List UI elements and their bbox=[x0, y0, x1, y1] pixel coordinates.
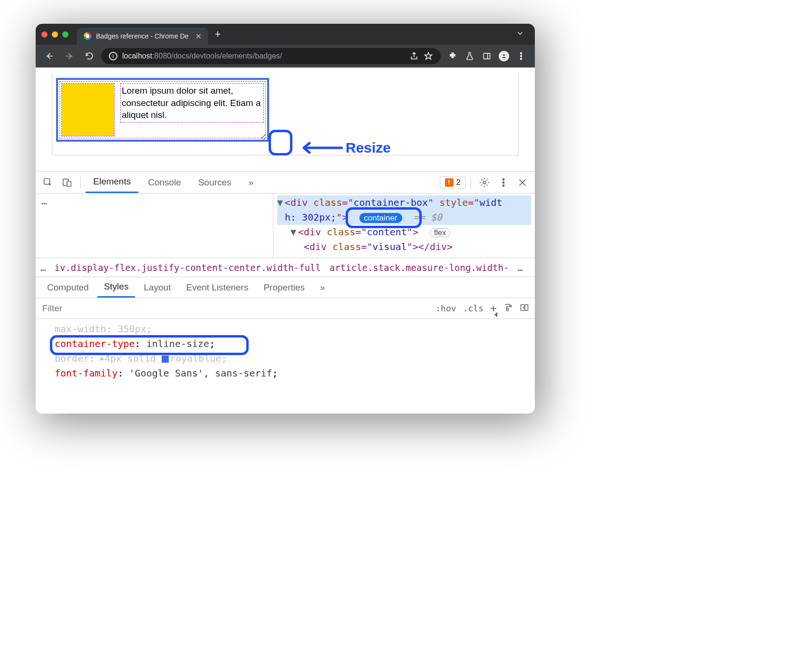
subtab-more[interactable]: » bbox=[313, 277, 332, 298]
crumb-2[interactable]: article.stack.measure-long.width- bbox=[329, 262, 509, 273]
warning-icon: ! bbox=[445, 178, 454, 187]
hov-toggle[interactable]: :hov bbox=[435, 303, 456, 313]
maximize-window-icon[interactable] bbox=[62, 31, 68, 38]
dom-row-visual[interactable]: <div class="visual"></div> bbox=[277, 240, 531, 254]
svg-point-9 bbox=[503, 182, 504, 183]
close-tab-icon[interactable]: ✕ bbox=[195, 32, 202, 41]
site-info-icon[interactable]: i bbox=[109, 52, 117, 60]
dom-row-content[interactable]: ▼<div class="content"> flex bbox=[277, 225, 531, 240]
eq-zero: == $0 bbox=[414, 212, 442, 223]
chrome-menu-icon[interactable] bbox=[513, 48, 529, 64]
dom-left-gutter: ⋯ bbox=[36, 193, 273, 258]
address-bar[interactable]: i localhost:8080/docs/devtools/elements/… bbox=[101, 48, 441, 64]
css-rule-row[interactable]: font-family: 'Google Sans', sans-serif; bbox=[55, 366, 533, 381]
browser-toolbar: i localhost:8080/docs/devtools/elements/… bbox=[36, 45, 535, 68]
reload-button[interactable] bbox=[81, 48, 97, 64]
css-rules[interactable]: max-width: 350px; container-type: inline… bbox=[36, 319, 535, 384]
browser-window: Badges reference - Chrome De ✕ + i local… bbox=[36, 24, 535, 414]
container-box-demo[interactable]: Lorem ipsum dolor sit amet, consectetur … bbox=[56, 78, 269, 142]
devtools-panel: Elements Console Sources » ! 2 ⋯ bbox=[36, 171, 535, 414]
traffic-lights bbox=[41, 31, 68, 38]
svg-rect-0 bbox=[483, 53, 490, 59]
device-toolbar-icon[interactable] bbox=[58, 174, 76, 191]
extensions-icon[interactable] bbox=[445, 48, 461, 64]
new-style-rule-button[interactable]: + bbox=[490, 302, 497, 315]
tabs-menu-icon[interactable] bbox=[511, 29, 529, 39]
devtools-menu-icon[interactable] bbox=[495, 174, 512, 191]
cls-toggle[interactable]: .cls bbox=[463, 303, 483, 313]
tab-elements[interactable]: Elements bbox=[86, 172, 138, 193]
styles-filter-row: :hov .cls + bbox=[36, 298, 535, 319]
flex-badge[interactable]: flex bbox=[430, 228, 450, 237]
svg-point-3 bbox=[521, 58, 522, 59]
tab-sources[interactable]: Sources bbox=[191, 172, 239, 193]
svg-point-10 bbox=[503, 184, 504, 186]
issues-button[interactable]: ! 2 bbox=[440, 176, 466, 189]
svg-rect-6 bbox=[67, 181, 71, 186]
container-badge[interactable]: container bbox=[359, 213, 402, 223]
forward-button[interactable] bbox=[61, 48, 77, 64]
labs-icon[interactable] bbox=[462, 48, 478, 64]
subtab-computed[interactable]: Computed bbox=[40, 277, 96, 298]
subtab-layout[interactable]: Layout bbox=[137, 277, 177, 298]
dom-row-selected-cont[interactable]: h: 302px;"> container == $0 bbox=[277, 210, 531, 225]
css-rule-row[interactable]: max-width: 350px; bbox=[55, 322, 533, 337]
paint-icon[interactable] bbox=[503, 303, 513, 314]
dom-breadcrumbs[interactable]: … iv.display-flex.justify-content-center… bbox=[36, 258, 535, 277]
url-display: localhost:8080/docs/devtools/elements/ba… bbox=[122, 52, 282, 60]
bookmark-icon[interactable] bbox=[424, 48, 433, 64]
dom-row-selected[interactable]: ▼<div class="container-box" style="widt bbox=[277, 195, 531, 210]
share-icon[interactable] bbox=[409, 48, 419, 64]
resize-handle-icon[interactable] bbox=[260, 132, 266, 139]
content-flex: Lorem ipsum dolor sit amet, consectetur … bbox=[62, 84, 263, 136]
browser-tab[interactable]: Badges reference - Chrome De ✕ bbox=[77, 28, 208, 45]
crumb-1[interactable]: iv.display-flex.justify-content-center.w… bbox=[54, 262, 321, 273]
minimize-window-icon[interactable] bbox=[52, 31, 58, 38]
settings-icon[interactable] bbox=[476, 174, 493, 191]
color-swatch-icon[interactable] bbox=[162, 356, 169, 363]
svg-point-1 bbox=[521, 53, 522, 54]
dom-tree[interactable]: ⋯ ▼<div class="container-box" style="wid… bbox=[36, 193, 535, 258]
visual-block bbox=[62, 84, 114, 136]
svg-point-7 bbox=[483, 181, 486, 184]
svg-point-2 bbox=[521, 56, 522, 57]
devtools-toolbar: Elements Console Sources » ! 2 bbox=[36, 172, 535, 193]
tabs-more[interactable]: » bbox=[241, 172, 261, 193]
styles-filter-input[interactable] bbox=[41, 303, 429, 314]
page-viewport: Lorem ipsum dolor sit amet, consectetur … bbox=[36, 68, 535, 171]
close-devtools-icon[interactable] bbox=[514, 174, 531, 191]
tab-console[interactable]: Console bbox=[140, 172, 189, 193]
subtab-events[interactable]: Event Listeners bbox=[179, 277, 255, 298]
subtab-properties[interactable]: Properties bbox=[257, 277, 311, 298]
close-window-icon[interactable] bbox=[41, 31, 48, 38]
tab-title: Badges reference - Chrome De bbox=[96, 32, 189, 40]
back-button[interactable] bbox=[41, 48, 58, 64]
chrome-favicon-icon bbox=[84, 32, 91, 40]
svg-rect-11 bbox=[521, 305, 528, 310]
issues-count: 2 bbox=[456, 178, 461, 187]
toggle-sidebar-icon[interactable] bbox=[520, 303, 529, 314]
tab-strip: Badges reference - Chrome De ✕ + bbox=[36, 24, 535, 45]
subtab-styles[interactable]: Styles bbox=[97, 277, 135, 298]
annotation-ring-rule bbox=[50, 335, 249, 355]
lorem-text: Lorem ipsum dolor sit amet, consectetur … bbox=[121, 84, 263, 122]
annotation-label: Resize bbox=[346, 140, 391, 156]
profile-button[interactable] bbox=[496, 48, 512, 64]
side-panel-icon[interactable] bbox=[479, 48, 495, 64]
annotation-arrow: Resize bbox=[295, 140, 391, 156]
inspect-icon[interactable] bbox=[39, 174, 57, 191]
svg-point-8 bbox=[503, 178, 504, 180]
styles-subtabs: Computed Styles Layout Event Listeners P… bbox=[36, 277, 535, 298]
new-tab-button[interactable]: + bbox=[208, 28, 228, 40]
